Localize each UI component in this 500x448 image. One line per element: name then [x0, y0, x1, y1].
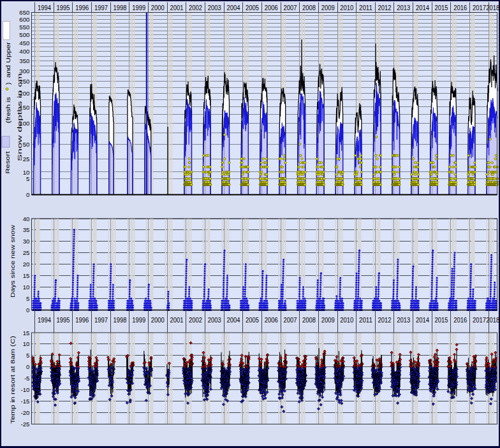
svg-text:): ) [4, 82, 11, 84]
svg-text:5: 5 [26, 175, 29, 182]
svg-text:and Upper: and Upper [4, 41, 11, 78]
svg-text:2011: 2011 [359, 4, 372, 11]
svg-text:50: 50 [23, 141, 30, 148]
svg-text:2001: 2001 [170, 4, 184, 11]
svg-text:2016: 2016 [453, 4, 467, 11]
svg-text:1999: 1999 [132, 316, 145, 324]
svg-text:-25: -25 [20, 421, 29, 428]
svg-text:(fresh is: (fresh is [4, 97, 11, 123]
svg-text:-15: -15 [20, 398, 29, 405]
svg-text:2002: 2002 [189, 316, 202, 324]
svg-text:2013: 2013 [397, 4, 410, 11]
svg-text:2017: 2017 [473, 4, 486, 11]
svg-text:1997: 1997 [94, 4, 108, 11]
svg-text:Days since new snow: Days since new snow [9, 224, 16, 298]
svg-text:1995: 1995 [57, 316, 70, 324]
svg-text:5: 5 [26, 352, 29, 359]
svg-text:2003: 2003 [208, 4, 221, 11]
svg-text:0: 0 [26, 191, 30, 198]
svg-text:1994: 1994 [38, 316, 51, 324]
svg-text:15: 15 [23, 272, 30, 279]
svg-text:25: 25 [23, 155, 30, 163]
svg-text:350: 350 [19, 57, 30, 64]
svg-text:2004: 2004 [226, 316, 240, 324]
svg-text:2001: 2001 [170, 316, 184, 324]
svg-text:2007: 2007 [283, 316, 297, 324]
svg-text:35: 35 [23, 226, 30, 233]
svg-text:Snow depths in cm: Snow depths in cm [16, 73, 23, 161]
svg-text:2005: 2005 [246, 316, 259, 324]
svg-text:1999: 1999 [132, 4, 145, 11]
svg-text:1994: 1994 [38, 4, 51, 11]
svg-text:2012: 2012 [378, 316, 392, 324]
svg-text:2015: 2015 [435, 4, 448, 11]
svg-text:2008: 2008 [302, 4, 316, 11]
svg-text:2011: 2011 [359, 316, 372, 324]
svg-text:450: 450 [19, 40, 30, 47]
svg-text:1996: 1996 [75, 4, 89, 11]
svg-text:15: 15 [23, 329, 30, 336]
svg-text:2006: 2006 [265, 4, 278, 11]
svg-text:Resort: Resort [4, 151, 11, 173]
svg-text:2018: 2018 [486, 4, 499, 11]
svg-text:30: 30 [23, 238, 30, 245]
svg-text:600: 600 [19, 16, 30, 23]
svg-text:-10: -10 [20, 386, 30, 393]
svg-text:2013: 2013 [397, 316, 410, 324]
svg-text:2005: 2005 [246, 4, 259, 11]
svg-text:10: 10 [23, 284, 30, 291]
svg-text:40: 40 [23, 215, 30, 222]
svg-text:2002: 2002 [189, 4, 202, 11]
svg-text:0: 0 [26, 363, 30, 370]
svg-text:2000: 2000 [151, 316, 165, 324]
svg-text:1996: 1996 [75, 316, 89, 324]
svg-text:2018: 2018 [486, 316, 499, 324]
svg-text:2012: 2012 [378, 4, 392, 11]
svg-text:-20: -20 [20, 409, 30, 416]
svg-text:2014: 2014 [416, 4, 429, 11]
svg-text:2016: 2016 [453, 316, 467, 324]
svg-text:2007: 2007 [283, 4, 297, 11]
svg-text:-5: -5 [24, 375, 30, 382]
svg-text:10: 10 [23, 340, 30, 347]
svg-text:0: 0 [26, 307, 30, 314]
svg-text:2008: 2008 [302, 316, 316, 324]
svg-text:1998: 1998 [114, 4, 127, 11]
svg-text:2015: 2015 [435, 316, 448, 324]
svg-text:300: 300 [19, 68, 30, 75]
svg-text:10: 10 [23, 169, 30, 176]
svg-text:20: 20 [23, 261, 30, 268]
svg-text:2009: 2009 [321, 316, 335, 324]
svg-text:2000: 2000 [151, 4, 165, 11]
svg-text:2010: 2010 [340, 316, 353, 324]
svg-text:2009: 2009 [321, 4, 335, 11]
svg-text:550: 550 [19, 24, 30, 31]
svg-text:2017: 2017 [473, 316, 486, 324]
svg-text:1998: 1998 [114, 316, 127, 324]
svg-text:2010: 2010 [340, 4, 353, 11]
svg-text:2014: 2014 [416, 316, 429, 324]
svg-text:400: 400 [19, 48, 30, 55]
svg-text:5: 5 [26, 295, 29, 302]
svg-text:500: 500 [19, 31, 30, 38]
svg-text:650: 650 [19, 9, 30, 16]
svg-text:2006: 2006 [265, 316, 278, 324]
svg-text:1995: 1995 [57, 4, 70, 11]
svg-text:2004: 2004 [226, 4, 240, 11]
svg-text:2003: 2003 [208, 316, 221, 324]
svg-text:Temp in resort at 8am (C): Temp in resort at 8am (C) [9, 336, 16, 424]
svg-text:1997: 1997 [94, 316, 108, 324]
svg-text:25: 25 [23, 249, 30, 256]
